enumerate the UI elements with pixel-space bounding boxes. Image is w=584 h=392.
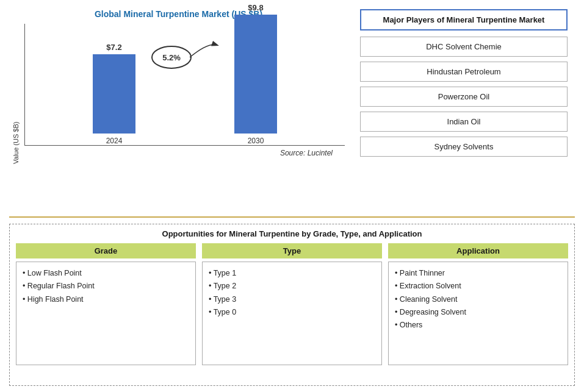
type-header: Type xyxy=(202,243,382,258)
source-label: Source: Lucintel xyxy=(24,149,345,157)
application-item-2: Extraction Solvent xyxy=(395,280,561,293)
players-title: Major Players of Mineral Turpentine Mark… xyxy=(360,9,568,30)
type-item-3: Type 3 xyxy=(209,293,375,306)
chart-inner: 5.2% $7.2 xyxy=(24,24,345,164)
svg-point-0 xyxy=(152,46,191,68)
player-item-1: DHC Solvent Chemie xyxy=(360,37,568,57)
type-item-2: Type 2 xyxy=(209,280,375,293)
type-column: Type Type 1 Type 2 Type 3 Type 0 xyxy=(202,243,382,365)
player-item-5: Sydney Solvents xyxy=(360,137,568,157)
application-column: Application Paint Thinner Extraction Sol… xyxy=(388,243,568,365)
application-item-5: Others xyxy=(395,319,561,332)
bar-2024 xyxy=(93,54,135,134)
application-item-4: Degreasing Solvent xyxy=(395,306,561,319)
columns-container: Grade Low Flash Point Regular Flash Poin… xyxy=(16,243,568,365)
type-content: Type 1 Type 2 Type 3 Type 0 xyxy=(202,262,382,365)
opportunities-title: Opportunities for Mineral Turpentine by … xyxy=(16,229,568,238)
bottom-section: Opportunities for Mineral Turpentine by … xyxy=(9,224,575,386)
bar-label-2030: 2030 xyxy=(248,137,264,145)
bar-label-2024: 2024 xyxy=(106,137,123,145)
chart-section: Global Mineral Turpentine Market (US $B)… xyxy=(9,6,351,213)
bar-value-2024: $7.2 xyxy=(106,43,121,52)
y-axis-label: Value (US $B) xyxy=(12,42,20,164)
application-content: Paint Thinner Extraction Solvent Cleanin… xyxy=(388,262,568,365)
type-list: Type 1 Type 2 Type 3 Type 0 xyxy=(209,267,375,319)
player-item-3: Powerzone Oil xyxy=(360,87,568,107)
application-item-3: Cleaning Solvent xyxy=(395,293,561,306)
player-item-4: Indian Oil xyxy=(360,112,568,132)
grade-item-3: High Flash Point xyxy=(23,293,189,306)
top-section: Global Mineral Turpentine Market (US $B)… xyxy=(9,6,575,213)
main-container: Global Mineral Turpentine Market (US $B)… xyxy=(0,0,584,392)
bars-container: 5.2% $7.2 xyxy=(24,24,345,146)
bar-value-2030: $9.8 xyxy=(248,3,263,12)
application-list: Paint Thinner Extraction Solvent Cleanin… xyxy=(395,267,561,332)
player-item-2: Hindustan Petroleum xyxy=(360,62,568,82)
grade-column: Grade Low Flash Point Regular Flash Poin… xyxy=(16,243,196,365)
grade-content: Low Flash Point Regular Flash Point High… xyxy=(16,262,196,365)
grade-list: Low Flash Point Regular Flash Point High… xyxy=(23,267,189,306)
bar-2030 xyxy=(234,15,277,134)
type-item-1: Type 1 xyxy=(209,267,375,280)
bar-group-2030: $9.8 2030 xyxy=(234,3,277,145)
divider xyxy=(9,216,575,218)
grade-item-2: Regular Flash Point xyxy=(23,280,189,293)
svg-text:5.2%: 5.2% xyxy=(162,53,181,62)
bar-group-2024: $7.2 2024 xyxy=(93,43,135,145)
grade-header: Grade xyxy=(16,243,196,258)
application-header: Application xyxy=(388,243,568,258)
chart-area: Value (US $B) 5.2% xyxy=(12,24,345,164)
application-item-1: Paint Thinner xyxy=(395,267,561,280)
type-item-4: Type 0 xyxy=(209,306,375,319)
players-section: Major Players of Mineral Turpentine Mark… xyxy=(351,6,571,213)
grade-item-1: Low Flash Point xyxy=(23,267,189,280)
